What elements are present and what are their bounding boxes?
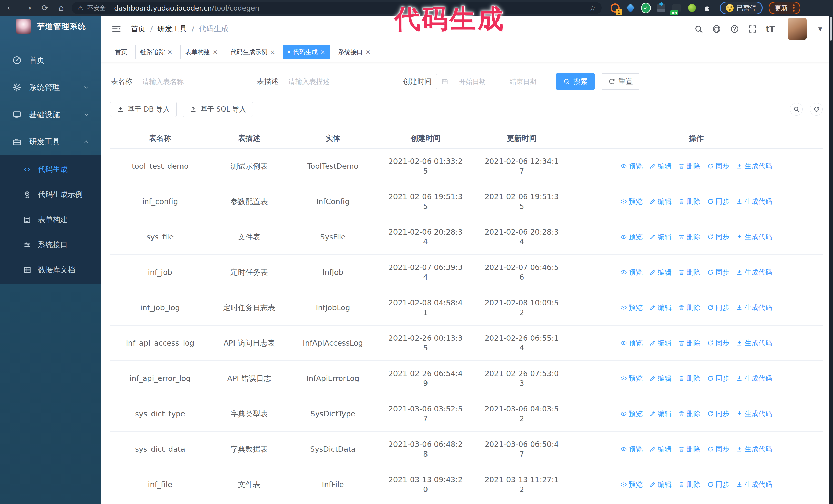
home-icon[interactable]: ⌂ (58, 3, 64, 13)
action-预览[interactable]: 预览 (620, 374, 643, 383)
action-生成代码[interactable]: 生成代码 (736, 374, 772, 383)
action-预览[interactable]: 预览 (620, 480, 643, 489)
action-生成代码[interactable]: 生成代码 (736, 444, 772, 454)
action-同步[interactable]: 同步 (707, 444, 730, 454)
sidebar-subitem-系统接口[interactable]: 系统接口 (0, 232, 101, 257)
app-logo[interactable]: 芋道管理系统 (0, 16, 101, 37)
action-预览[interactable]: 预览 (620, 409, 643, 418)
address-bar[interactable]: ⚠ 不安全 dashboard.yudao.iocoder.cn/tool/co… (72, 2, 601, 14)
action-同步[interactable]: 同步 (707, 232, 730, 242)
action-同步[interactable]: 同步 (707, 267, 730, 277)
action-删除[interactable]: 删除 (678, 232, 700, 242)
profile-paused-pill[interactable]: 已暂停 (720, 2, 763, 14)
tab-系统接口[interactable]: 系统接口 × (333, 45, 375, 59)
action-同步[interactable]: 同步 (707, 374, 730, 383)
refresh-table-button[interactable] (810, 103, 823, 116)
action-同步[interactable]: 同步 (707, 409, 730, 418)
action-删除[interactable]: 删除 (678, 374, 700, 383)
action-生成代码[interactable]: 生成代码 (736, 267, 772, 277)
tab-表单构建[interactable]: 表单构建 × (181, 45, 222, 59)
sidebar-item-首页[interactable]: 首页 (0, 47, 101, 74)
action-预览[interactable]: 预览 (620, 303, 643, 312)
action-编辑[interactable]: 编辑 (649, 338, 671, 348)
action-编辑[interactable]: 编辑 (649, 303, 671, 312)
sidebar-item-基础设施[interactable]: 基础设施 (0, 101, 101, 128)
sidebar-subitem-表单构建[interactable]: 表单构建 (0, 207, 101, 232)
action-删除[interactable]: 删除 (678, 197, 700, 207)
action-生成代码[interactable]: 生成代码 (736, 232, 772, 242)
action-预览[interactable]: 预览 (620, 338, 643, 348)
close-icon[interactable]: × (365, 48, 371, 56)
breadcrumb-item-home[interactable]: 首页 (131, 24, 146, 34)
github-icon[interactable] (712, 24, 721, 33)
toggle-search-button[interactable] (790, 103, 803, 116)
date-range-picker[interactable]: 开始日期 - 结束日期 (436, 74, 548, 90)
tab-首页[interactable]: 首页 (110, 45, 132, 59)
action-删除[interactable]: 删除 (678, 161, 700, 171)
extension-icon-gem[interactable] (626, 3, 635, 13)
back-icon[interactable]: ← (7, 3, 14, 13)
action-预览[interactable]: 预览 (620, 161, 643, 171)
action-编辑[interactable]: 编辑 (649, 232, 671, 242)
extension-icon-grid[interactable] (657, 3, 666, 13)
reset-button[interactable]: 重置 (601, 73, 640, 90)
tab-代码生成[interactable]: 代码生成 × (283, 45, 330, 59)
action-预览[interactable]: 预览 (620, 267, 643, 277)
action-删除[interactable]: 删除 (678, 303, 700, 312)
action-生成代码[interactable]: 生成代码 (736, 480, 772, 489)
sidebar-subitem-数据库文档[interactable]: 数据库文档 (0, 257, 101, 283)
action-编辑[interactable]: 编辑 (649, 409, 671, 418)
sidebar-item-研发工具[interactable]: 研发工具 (0, 128, 101, 155)
action-删除[interactable]: 删除 (678, 480, 700, 489)
close-icon[interactable]: × (213, 48, 218, 56)
action-生成代码[interactable]: 生成代码 (736, 409, 772, 418)
search-icon[interactable] (694, 24, 703, 33)
page-scrollbar[interactable] (829, 16, 833, 504)
extensions-puzzle-icon[interactable] (703, 3, 712, 13)
action-同步[interactable]: 同步 (707, 303, 730, 312)
browser-menu-icon[interactable] (793, 4, 794, 11)
sidebar-subitem-代码生成示例[interactable]: 代码生成示例 (0, 182, 101, 207)
user-avatar[interactable] (788, 18, 807, 40)
action-生成代码[interactable]: 生成代码 (736, 197, 772, 207)
table-desc-input[interactable] (283, 74, 391, 90)
action-删除[interactable]: 删除 (678, 409, 700, 418)
action-预览[interactable]: 预览 (620, 232, 643, 242)
hamburger-icon[interactable] (111, 24, 121, 34)
action-编辑[interactable]: 编辑 (649, 444, 671, 454)
action-编辑[interactable]: 编辑 (649, 267, 671, 277)
bookmark-star-icon[interactable]: ☆ (589, 4, 595, 12)
tab-链路追踪[interactable]: 链路追踪 × (135, 45, 177, 59)
tab-代码生成示例[interactable]: 代码生成示例 × (225, 45, 280, 59)
extension-icon-check[interactable]: ✓ (641, 3, 651, 13)
close-icon[interactable]: × (320, 48, 325, 56)
action-预览[interactable]: 预览 (620, 444, 643, 454)
action-生成代码[interactable]: 生成代码 (736, 161, 772, 171)
action-删除[interactable]: 删除 (678, 267, 700, 277)
close-icon[interactable]: × (270, 48, 275, 56)
breadcrumb-item-tools[interactable]: 研发工具 (158, 24, 187, 34)
extension-icon-on[interactable]: on (672, 3, 682, 13)
action-编辑[interactable]: 编辑 (649, 374, 671, 383)
action-删除[interactable]: 删除 (678, 338, 700, 348)
text-size-icon[interactable]: tT (766, 24, 775, 33)
help-icon[interactable] (730, 24, 739, 33)
action-同步[interactable]: 同步 (707, 338, 730, 348)
reload-icon[interactable]: ⟳ (42, 3, 48, 13)
close-icon[interactable]: × (167, 48, 172, 56)
chevron-down-icon[interactable]: ▼ (818, 26, 822, 32)
forward-icon[interactable]: → (24, 3, 31, 13)
search-button[interactable]: 搜索 (556, 73, 595, 90)
action-生成代码[interactable]: 生成代码 (736, 338, 772, 348)
scrollbar-thumb[interactable] (830, 17, 832, 41)
table-name-input[interactable] (137, 74, 245, 90)
action-同步[interactable]: 同步 (707, 197, 730, 207)
sidebar-item-系统管理[interactable]: 系统管理 (0, 74, 101, 101)
action-同步[interactable]: 同步 (707, 161, 730, 171)
action-编辑[interactable]: 编辑 (649, 197, 671, 207)
extension-icon-green[interactable] (687, 3, 697, 13)
sidebar-subitem-代码生成[interactable]: 代码生成 (0, 157, 101, 182)
url-text[interactable]: dashboard.yudao.iocoder.cn/tool/codegen (114, 4, 259, 12)
action-同步[interactable]: 同步 (707, 480, 730, 489)
extension-icon-orange[interactable]: 1 (610, 3, 620, 13)
